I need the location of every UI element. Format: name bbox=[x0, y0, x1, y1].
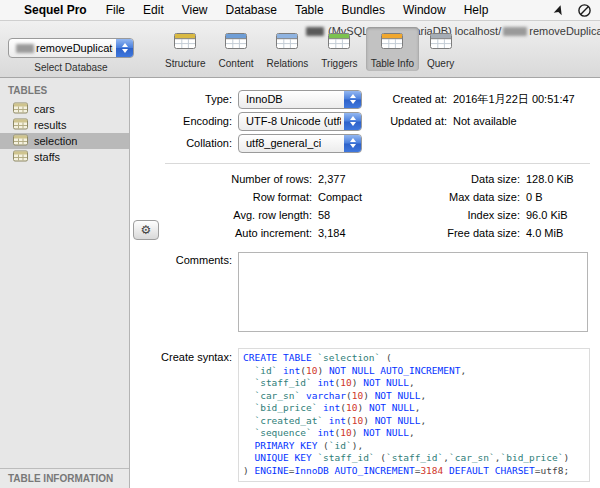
toolbar-button-structure[interactable]: Structure bbox=[160, 27, 211, 71]
stats-right: Data size:128.0 KiBMax data size:0 BInde… bbox=[339, 170, 574, 242]
stat-value: 58 bbox=[318, 209, 330, 221]
gear-button[interactable]: ⚙ bbox=[133, 220, 159, 240]
toolbar-button-label: Relations bbox=[267, 58, 309, 69]
table-icon bbox=[13, 118, 28, 132]
encoding-label: Encoding: bbox=[131, 115, 232, 127]
stat-value: 96.0 KiB bbox=[526, 209, 568, 221]
toolbar-button-label: Content bbox=[219, 58, 254, 69]
encoding-popup-value: UTF-8 Unicode (utf8) bbox=[246, 115, 341, 127]
comments-label: Comments: bbox=[131, 254, 232, 266]
type-popup[interactable]: InnoDB bbox=[238, 90, 362, 109]
type-row: Type:InnoDB bbox=[131, 89, 362, 109]
window-title-database: removeDuplicate bbox=[529, 25, 600, 37]
stat-label: Data size: bbox=[339, 173, 520, 185]
table-name: results bbox=[34, 119, 66, 131]
table-name: selection bbox=[34, 135, 77, 147]
screen: Sequel Pro FileEditViewDatabaseTableBund… bbox=[0, 0, 600, 488]
database-selector[interactable]: removeDuplicate bbox=[8, 38, 134, 58]
menu-status-pin-icon[interactable] bbox=[553, 4, 565, 18]
popup-arrows-icon bbox=[344, 135, 361, 152]
create-syntax-code[interactable]: CREATE TABLE `selection` ( `id` int(10) … bbox=[238, 348, 590, 482]
sidebar-item-cars[interactable]: cars bbox=[0, 101, 129, 117]
menu-bar-status-icons bbox=[553, 0, 592, 21]
menu-item-table[interactable]: Table bbox=[286, 3, 333, 17]
collation-popup[interactable]: utf8_general_ci bbox=[238, 134, 362, 153]
table-name: staffs bbox=[34, 151, 60, 163]
collation-row: Collation:utf8_general_ci bbox=[131, 133, 362, 153]
sidebar-item-staffs[interactable]: staffs bbox=[0, 149, 129, 165]
updated-at-label: Updated at: bbox=[371, 115, 447, 127]
gear-icon: ⚙ bbox=[141, 223, 152, 237]
code-line: `id` int(10) NOT NULL AUTO_INCREMENT, bbox=[243, 365, 585, 378]
content-icon bbox=[223, 30, 249, 56]
separator-line bbox=[165, 163, 590, 164]
updated-at-value: Not available bbox=[453, 115, 517, 127]
encoding-row: Encoding:UTF-8 Unicode (utf8) bbox=[131, 111, 362, 131]
toolbar-button-relations[interactable]: Relations bbox=[262, 27, 314, 71]
sidebar-item-results[interactable]: results bbox=[0, 117, 129, 133]
menu-item-view[interactable]: View bbox=[173, 3, 217, 17]
stats-left: Number of rows:2,377Row format:CompactAv… bbox=[131, 170, 362, 242]
menu-items: FileEditViewDatabaseTableBundlesWindowHe… bbox=[97, 3, 498, 17]
table-name: cars bbox=[34, 103, 55, 115]
toolbar-button-query[interactable]: Query bbox=[422, 27, 459, 71]
menu-item-window[interactable]: Window bbox=[394, 3, 455, 17]
select-database-label: Select Database bbox=[8, 62, 134, 73]
toolbar-button-label: Query bbox=[427, 58, 454, 69]
table-icon bbox=[13, 134, 28, 148]
menu-item-database[interactable]: Database bbox=[217, 3, 286, 17]
database-selector-value: removeDuplicate bbox=[36, 42, 113, 54]
stat-label: Free data size: bbox=[339, 227, 520, 239]
type-label: Type: bbox=[131, 93, 232, 105]
triggers-icon bbox=[326, 30, 352, 56]
stat-row: Data size:128.0 KiB bbox=[339, 170, 574, 188]
code-line: CREATE TABLE `selection` ( bbox=[243, 352, 585, 365]
stat-label: Max data size: bbox=[339, 191, 520, 203]
collation-popup-value: utf8_general_ci bbox=[246, 137, 321, 149]
menu-item-edit[interactable]: Edit bbox=[134, 3, 173, 17]
toolbar-button-table-info[interactable]: Table Info bbox=[366, 27, 419, 71]
sidebar-item-selection[interactable]: selection bbox=[0, 133, 129, 149]
redaction bbox=[16, 44, 34, 53]
create-syntax-label: Create syntax: bbox=[131, 351, 232, 363]
menu-item-file[interactable]: File bbox=[97, 3, 134, 17]
code-line: `staff_id` int(10) NOT NULL, bbox=[243, 377, 585, 390]
created-at-label: Created at: bbox=[371, 93, 447, 105]
stat-value: 128.0 KiB bbox=[526, 173, 574, 185]
code-line: `car_sn` varchar(10) NOT NULL, bbox=[243, 390, 585, 403]
structure-icon bbox=[172, 30, 198, 56]
stat-label: Avg. row length: bbox=[131, 209, 312, 221]
code-line: `created_at` int(10) NOT NULL, bbox=[243, 415, 585, 428]
stat-label: Number of rows: bbox=[131, 173, 312, 185]
toolbar-button-content[interactable]: Content bbox=[214, 27, 259, 71]
code-line: PRIMARY KEY (`id`), bbox=[243, 440, 585, 453]
table-icon bbox=[13, 102, 28, 116]
stat-row: Max data size:0 B bbox=[339, 188, 574, 206]
stat-label: Index size: bbox=[339, 209, 520, 221]
toolbar-button-label: Table Info bbox=[371, 58, 414, 69]
code-line: `sequence` int(10) NOT NULL, bbox=[243, 427, 585, 440]
menu-item-bundles[interactable]: Bundles bbox=[333, 3, 394, 17]
type-popup-value: InnoDB bbox=[246, 93, 283, 105]
stat-row: Auto increment:3,184 bbox=[131, 224, 362, 242]
sidebar: TABLES carsresultsselectionstaffs TABLE … bbox=[0, 78, 130, 488]
comments-input[interactable] bbox=[238, 252, 588, 332]
toolbar-button-triggers[interactable]: Triggers bbox=[316, 27, 362, 71]
popup-arrows-icon bbox=[344, 91, 361, 108]
toolbar-buttons: StructureContentRelationsTriggersTable I… bbox=[160, 27, 459, 71]
menu-app-name[interactable]: Sequel Pro bbox=[14, 3, 97, 17]
menu-item-help[interactable]: Help bbox=[455, 3, 498, 17]
toolbar: (MySQL 5.5.44-MariaDB) localhost/ remove… bbox=[0, 21, 600, 78]
table-info-panel: Type:InnoDBEncoding:UTF-8 Unicode (utf8)… bbox=[131, 78, 600, 488]
code-line: ) ENGINE=InnoDB AUTO_INCREMENT=3184 DEFA… bbox=[243, 465, 585, 478]
menu-status-circle-slash-icon[interactable] bbox=[577, 3, 592, 18]
popup-arrows-icon bbox=[344, 113, 361, 130]
created-at-row: Created at:2016年1月22日 00:51:47 bbox=[371, 89, 575, 109]
stat-label: Row format: bbox=[131, 191, 312, 203]
menu-bar: Sequel Pro FileEditViewDatabaseTableBund… bbox=[0, 0, 600, 21]
table-info-icon bbox=[379, 30, 405, 56]
encoding-popup[interactable]: UTF-8 Unicode (utf8) bbox=[238, 112, 362, 131]
redaction bbox=[503, 27, 527, 36]
stat-value: 0 B bbox=[526, 191, 543, 203]
updated-at-row: Updated at:Not available bbox=[371, 111, 517, 131]
